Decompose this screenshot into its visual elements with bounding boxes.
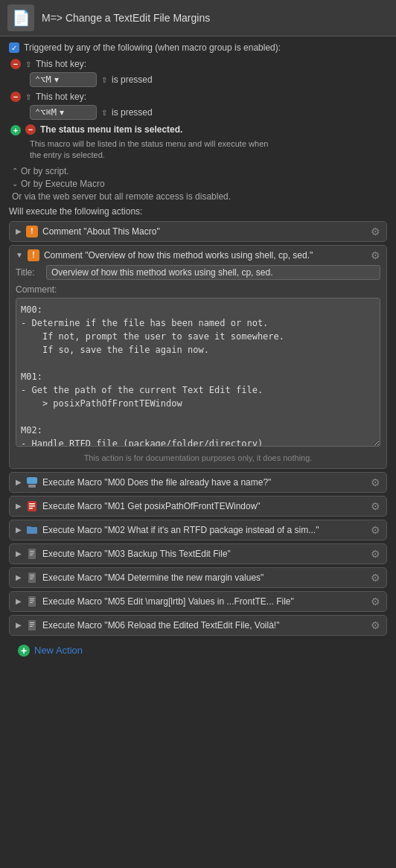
execute-macro-6-title: Execute Macro "M05 Edit \marg[lrtb] Valu… — [42, 596, 366, 607]
execute-macro-3-header[interactable]: ▶ Execute Macro "M02 What if it's an RTF… — [10, 520, 386, 540]
status-menu-label: The status menu item is selected. — [40, 124, 182, 135]
bottom-bar: + New Action — [9, 639, 387, 663]
hotkey1-row: − ⇧ This hot key: — [9, 59, 387, 69]
action2-title-input[interactable] — [46, 265, 380, 280]
svg-rect-16 — [30, 600, 34, 601]
hotkey2-input-row: ⌃⌥⌘M ▾ ⇧ is pressed — [9, 105, 387, 120]
svg-rect-7 — [30, 551, 34, 552]
action2-block: ▼ ! Comment "Overview of how this method… — [9, 245, 387, 469]
svg-rect-3 — [29, 503, 35, 505]
status-add-btn[interactable]: + — [10, 125, 21, 135]
hotkey1-is-pressed: is pressed — [112, 74, 153, 85]
hotkey2-remove-btn[interactable]: − — [10, 92, 21, 102]
hotkey1-value: ⌃⌥M — [35, 74, 51, 85]
execute-macro-1-gear-icon[interactable]: ⚙ — [371, 476, 380, 488]
action2-expanded: Title: Comment: This action is for docum… — [10, 265, 386, 468]
svg-rect-15 — [30, 599, 34, 599]
status-menu-row: + − The status menu item is selected. — [9, 124, 387, 135]
action1-icon: ! — [26, 226, 38, 237]
trigger-checkbox[interactable]: ✓ — [9, 42, 19, 53]
svg-rect-0 — [27, 477, 37, 484]
svg-rect-14 — [28, 596, 36, 607]
action2-footer-note: This action is for documentation purpose… — [16, 453, 380, 462]
svg-rect-11 — [30, 575, 34, 575]
execute-macro-4-title: Execute Macro "M03 Backup This TextEdit … — [42, 549, 366, 559]
by-execute-macro-chevron: ⌄ — [12, 179, 18, 188]
hotkey2-group: − ⇧ This hot key: ⌃⌥⌘M ▾ ⇧ is pressed — [9, 92, 387, 120]
action1-gear-icon[interactable]: ⚙ — [371, 226, 380, 237]
execute-macro-3-icon — [26, 524, 38, 536]
action2-header[interactable]: ▼ ! Comment "Overview of how this method… — [10, 246, 386, 265]
execute-macro-1-header[interactable]: ▶ Execute Macro "M00 Does the file alrea… — [10, 473, 386, 492]
execute-macro-2-icon — [26, 500, 38, 512]
hotkey2-label: This hot key: — [36, 92, 86, 102]
execute-macro-7-chevron: ▶ — [16, 621, 22, 629]
main-content: ✓ Triggered by any of the following (whe… — [0, 36, 396, 668]
execute-macro-7-header[interactable]: ▶ Execute Macro "M06 Reload the Edited T… — [10, 616, 386, 635]
hotkey1-dropdown[interactable]: ⌃⌥M ▾ — [30, 72, 97, 87]
by-execute-macro-row[interactable]: ⌄ Or by Execute Macro — [9, 179, 387, 189]
action1-title: Comment "About This Macro" — [42, 226, 366, 237]
execute-macro-5-block: ▶ Execute Macro "M04 Determine the new m… — [9, 567, 387, 588]
svg-rect-8 — [30, 552, 34, 553]
svg-rect-12 — [30, 576, 34, 577]
execute-macro-3-gear-icon[interactable]: ⚙ — [371, 524, 380, 536]
execute-macro-6-block: ▶ Execute Macro "M05 Edit \marg[lrtb] Va… — [9, 591, 387, 612]
execute-macro-5-chevron: ▶ — [16, 573, 22, 581]
new-action-plus-icon: + — [18, 645, 30, 657]
svg-rect-21 — [30, 626, 33, 627]
execute-macro-4-header[interactable]: ▶ Execute Macro "M03 Backup This TextEdi… — [10, 544, 386, 564]
execute-macro-1-title: Execute Macro "M00 Does the file already… — [42, 477, 366, 488]
window-header: 📄 M=> Change a TextEdit File Margins — [0, 0, 396, 36]
by-script-row[interactable]: ⌃ Or by script. — [9, 166, 387, 176]
window-icon: 📄 — [7, 4, 34, 31]
execute-macro-5-gear-icon[interactable]: ⚙ — [371, 572, 380, 584]
action2-title: Comment "Overview of how this method wor… — [44, 250, 366, 261]
execute-macro-3-chevron: ▶ — [16, 526, 22, 534]
svg-rect-17 — [30, 602, 33, 603]
svg-rect-9 — [30, 555, 33, 555]
window-title: M=> Change a TextEdit File Margins — [42, 12, 210, 24]
execute-macro-5-title: Execute Macro "M04 Determine the new mar… — [42, 572, 366, 583]
status-remove-btn[interactable]: − — [25, 124, 36, 135]
hotkey2-dropdown[interactable]: ⌃⌥⌘M ▾ — [30, 105, 97, 120]
action1-block: ▶ ! Comment "About This Macro" ⚙ — [9, 221, 387, 242]
svg-rect-4 — [29, 505, 35, 507]
execute-macro-2-chevron: ▶ — [16, 502, 22, 510]
action1-header[interactable]: ▶ ! Comment "About This Macro" ⚙ — [10, 222, 386, 241]
web-server-text: Or via the web server but all remote acc… — [9, 191, 387, 202]
execute-macro-6-header[interactable]: ▶ Execute Macro "M05 Edit \marg[lrtb] Va… — [10, 592, 386, 611]
execute-macro-2-title: Execute Macro "M01 Get posixPathOfFrontT… — [42, 501, 366, 511]
action2-comment-textarea[interactable] — [16, 298, 380, 447]
by-script-label: Or by script. — [21, 166, 69, 176]
hotkey1-remove-btn[interactable]: − — [10, 59, 21, 69]
execute-macro-4-gear-icon[interactable]: ⚙ — [371, 548, 380, 560]
execute-macro-3-block: ▶ Execute Macro "M02 What if it's an RTF… — [9, 520, 387, 540]
execute-macro-5-icon — [26, 572, 38, 584]
svg-rect-1 — [28, 485, 36, 488]
execute-macro-2-gear-icon[interactable]: ⚙ — [371, 500, 380, 512]
execute-macro-4-icon — [26, 548, 38, 560]
hotkey2-is-pressed: is pressed — [112, 107, 153, 118]
execute-macro-6-gear-icon[interactable]: ⚙ — [371, 596, 380, 607]
execute-macro-6-icon — [26, 596, 38, 607]
execute-macro-4-block: ▶ Execute Macro "M03 Backup This TextEdi… — [9, 543, 387, 564]
by-script-chevron: ⌃ — [12, 167, 18, 175]
execute-macro-7-block: ▶ Execute Macro "M06 Reload the Edited T… — [9, 615, 387, 636]
execute-macro-5-header[interactable]: ▶ Execute Macro "M04 Determine the new m… — [10, 568, 386, 587]
action2-collapse-icon: ▼ — [16, 251, 23, 259]
execute-macro-3-title: Execute Macro "M02 What if it's an RTFD … — [42, 525, 366, 535]
action2-gear-icon[interactable]: ⚙ — [371, 249, 380, 261]
hotkey2-value: ⌃⌥⌘M — [35, 107, 57, 118]
execute-macro-1-block: ▶ Execute Macro "M00 Does the file alrea… — [9, 472, 387, 493]
will-execute-label: Will execute the following actions: — [9, 206, 387, 217]
svg-rect-13 — [30, 578, 33, 579]
action1-collapse-icon: ▶ — [16, 227, 22, 235]
svg-rect-19 — [30, 622, 34, 623]
hotkey2-row: − ⇧ This hot key: — [9, 92, 387, 102]
new-action-button[interactable]: New Action — [34, 645, 83, 656]
status-menu-description: This macro will be listed in the status … — [9, 138, 387, 162]
execute-macro-7-gear-icon[interactable]: ⚙ — [371, 619, 380, 631]
execute-macro-2-header[interactable]: ▶ Execute Macro "M01 Get posixPathOfFron… — [10, 497, 386, 516]
by-execute-macro-label: Or by Execute Macro — [21, 179, 105, 189]
